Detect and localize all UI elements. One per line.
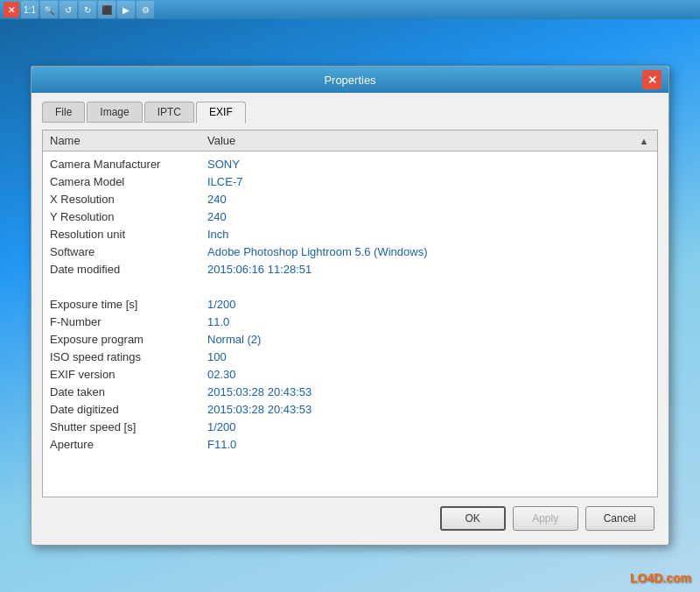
tool-2[interactable]: 🔍: [40, 1, 58, 18]
table-row: Y Resolution240: [43, 208, 657, 225]
cell-name: X Resolution: [50, 193, 207, 206]
cell-value: 240: [207, 193, 650, 206]
cell-name: Software: [50, 245, 207, 258]
tool-1[interactable]: 1:1: [21, 1, 38, 18]
table-row: EXIF version02.30: [43, 365, 657, 383]
cell-value: Normal (2): [207, 333, 650, 346]
cell-name: Exposure time [s]: [50, 298, 207, 311]
cell-value: SONY: [207, 158, 650, 171]
table-row: Camera ModelILCE-7: [43, 173, 657, 190]
cell-value: 1/200: [207, 298, 650, 311]
cell-name: Aperture: [50, 438, 207, 451]
scroll-up-icon: ▲: [638, 136, 650, 146]
table-row: Date modified2015:06:16 11:28:51: [43, 260, 657, 278]
cell-value: 11.0: [207, 315, 650, 328]
tab-iptc[interactable]: IPTC: [144, 102, 194, 123]
close-icon[interactable]: ✕: [4, 2, 19, 18]
cell-name: EXIF version: [50, 368, 207, 381]
tool-6[interactable]: ▶: [117, 1, 135, 18]
table-row: Date digitized2015:03:28 20:43:53: [43, 400, 657, 418]
column-value-header: Value: [207, 134, 638, 147]
cell-name: F-Number: [50, 315, 207, 328]
cell-value: Adobe Photoshop Lightroom 5.6 (Windows): [207, 245, 650, 258]
cell-name: Exposure program: [50, 333, 207, 346]
table-row: SoftwareAdobe Photoshop Lightroom 5.6 (W…: [43, 243, 657, 260]
table-row: X Resolution240: [43, 190, 657, 208]
dialog-footer: OK Apply Cancel: [42, 497, 658, 534]
tab-image[interactable]: Image: [87, 102, 142, 123]
tool-3[interactable]: ↺: [60, 1, 77, 18]
table-row: ApertureF11.0: [43, 435, 657, 453]
ok-button[interactable]: OK: [440, 506, 506, 531]
tab-exif[interactable]: EXIF: [196, 102, 246, 123]
cell-value: ILCE-7: [207, 175, 650, 188]
cancel-button[interactable]: Cancel: [585, 506, 654, 531]
cell-name: Camera Model: [50, 175, 207, 188]
cell-value: 1/200: [207, 420, 650, 433]
table-row: Camera ManufacturerSONY: [43, 155, 657, 173]
column-name-header: Name: [50, 134, 207, 147]
cell-value: 2015:06:16 11:28:51: [207, 263, 650, 276]
cell-name: ISO speed ratings: [50, 350, 207, 363]
cell-value: 02.30: [207, 368, 650, 381]
cell-value: 100: [207, 350, 650, 363]
tool-4[interactable]: ↻: [79, 1, 96, 18]
dialog-body: File Image IPTC EXIF Name Value ▲ Camera…: [32, 93, 668, 545]
tabs-row: File Image IPTC EXIF: [42, 102, 658, 123]
dialog-titlebar: Properties ✕: [32, 67, 668, 93]
table-row: Date taken2015:03:28 20:43:53: [43, 383, 657, 400]
cell-name: Resolution unit: [50, 228, 207, 241]
table-row-spacer: [43, 278, 657, 295]
cell-name: Date taken: [50, 385, 207, 398]
cell-name: Shutter speed [s]: [50, 420, 207, 433]
cell-value: Inch: [207, 228, 650, 241]
tool-5[interactable]: ⬛: [98, 1, 116, 18]
dialog-title: Properties: [58, 74, 642, 87]
cell-value: F11.0: [207, 438, 650, 451]
cell-value: 2015:03:28 20:43:53: [207, 385, 650, 398]
cell-name: Camera Manufacturer: [50, 158, 207, 171]
dialog-close-button[interactable]: ✕: [642, 70, 662, 89]
table-row: F-Number11.0: [43, 313, 657, 330]
cell-name: Date digitized: [50, 403, 207, 416]
table-row: Exposure programNormal (2): [43, 330, 657, 348]
cell-value: 240: [207, 210, 650, 223]
table-row: Shutter speed [s]1/200: [43, 418, 657, 435]
table-header: Name Value ▲: [43, 130, 657, 152]
table-row: Exposure time [s]1/200: [43, 295, 657, 313]
table-row: ISO speed ratings100: [43, 348, 657, 365]
tool-7[interactable]: ⚙: [136, 1, 154, 18]
properties-dialog: Properties ✕ File Image IPTC EXIF Name V…: [31, 66, 669, 546]
cell-name: Y Resolution: [50, 210, 207, 223]
table-body[interactable]: Camera ManufacturerSONYCamera ModelILCE-…: [43, 152, 657, 497]
cell-name: Date modified: [50, 263, 207, 276]
cell-value: 2015:03:28 20:43:53: [207, 403, 650, 416]
table-row: Resolution unitInch: [43, 225, 657, 243]
apply-button[interactable]: Apply: [513, 506, 578, 531]
exif-table: Name Value ▲ Camera ManufacturerSONYCame…: [42, 130, 658, 497]
toolbar: ✕ 1:1 🔍 ↺ ↻ ⬛ ▶ ⚙: [0, 0, 700, 19]
dialog-overlay: Properties ✕ File Image IPTC EXIF Name V…: [0, 19, 700, 592]
tab-file[interactable]: File: [42, 102, 85, 123]
